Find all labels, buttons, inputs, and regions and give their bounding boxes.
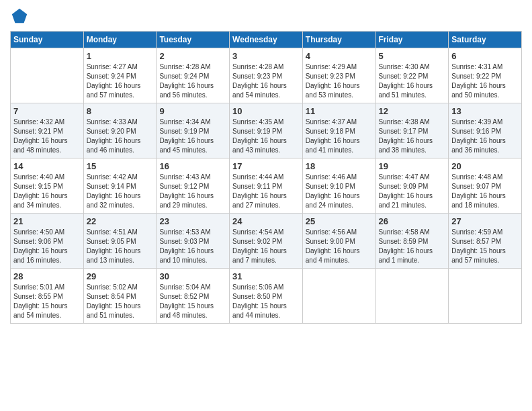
day-number: 16 [159,161,226,171]
day-number: 19 [379,161,446,171]
day-number: 15 [87,161,154,171]
cell-text: Sunrise: 4:44 AM Sunset: 9:11 PM Dayligh… [232,173,300,210]
cell-text: Sunrise: 4:30 AM Sunset: 9:22 PM Dayligh… [379,62,446,100]
calendar-cell: 28Sunrise: 5:01 AM Sunset: 8:55 PM Dayli… [11,269,84,324]
day-number: 29 [87,271,154,281]
calendar-cell: 26Sunrise: 4:58 AM Sunset: 8:59 PM Dayli… [375,214,449,269]
day-number: 21 [13,216,81,226]
cell-text: Sunrise: 4:37 AM Sunset: 9:18 PM Dayligh… [306,118,373,155]
cell-text: Sunrise: 4:43 AM Sunset: 9:12 PM Dayligh… [159,173,226,210]
cell-text: Sunrise: 4:58 AM Sunset: 8:59 PM Dayligh… [379,228,446,265]
cell-text: Sunrise: 4:56 AM Sunset: 9:00 PM Dayligh… [306,228,373,265]
cell-text: Sunrise: 4:53 AM Sunset: 9:03 PM Dayligh… [159,228,226,265]
cell-text: Sunrise: 4:32 AM Sunset: 9:21 PM Dayligh… [13,118,81,155]
day-number: 8 [87,106,154,116]
day-number: 22 [87,216,154,226]
week-row-4: 21Sunrise: 4:50 AM Sunset: 9:06 PM Dayli… [11,214,522,269]
calendar-cell: 27Sunrise: 4:59 AM Sunset: 8:57 PM Dayli… [449,214,522,269]
calendar-cell [375,269,449,324]
cell-text: Sunrise: 4:27 AM Sunset: 9:24 PM Dayligh… [87,62,154,100]
day-number: 26 [379,216,446,226]
calendar-cell: 17Sunrise: 4:44 AM Sunset: 9:11 PM Dayli… [230,158,303,214]
day-number: 27 [451,216,519,226]
cell-text: Sunrise: 4:51 AM Sunset: 9:05 PM Dayligh… [87,228,154,265]
header-row: SundayMondayTuesdayWednesdayThursdayFrid… [11,32,522,48]
cell-text: Sunrise: 5:02 AM Sunset: 8:54 PM Dayligh… [87,283,154,320]
calendar-cell [302,269,375,324]
day-number: 30 [159,271,226,281]
calendar-cell: 23Sunrise: 4:53 AM Sunset: 9:03 PM Dayli… [157,214,230,269]
day-header-sunday: Sunday [11,32,84,48]
day-number: 13 [451,106,519,116]
day-number: 20 [451,161,519,171]
calendar-cell: 4Sunrise: 4:29 AM Sunset: 9:23 PM Daylig… [302,48,375,103]
logo [10,7,32,26]
day-number: 5 [379,51,446,61]
day-number: 31 [232,271,300,281]
day-header-saturday: Saturday [449,32,522,48]
cell-text: Sunrise: 4:28 AM Sunset: 9:24 PM Dayligh… [159,62,226,100]
calendar-cell [449,269,522,324]
cell-text: Sunrise: 4:33 AM Sunset: 9:20 PM Dayligh… [87,118,154,155]
calendar-cell: 24Sunrise: 4:54 AM Sunset: 9:02 PM Dayli… [230,214,303,269]
calendar-cell: 8Sunrise: 4:33 AM Sunset: 9:20 PM Daylig… [83,103,157,158]
day-header-monday: Monday [83,32,157,48]
calendar-cell: 18Sunrise: 4:46 AM Sunset: 9:10 PM Dayli… [302,158,375,214]
cell-text: Sunrise: 4:47 AM Sunset: 9:09 PM Dayligh… [379,173,446,210]
calendar-cell: 14Sunrise: 4:40 AM Sunset: 9:15 PM Dayli… [11,158,84,214]
calendar-cell: 10Sunrise: 4:35 AM Sunset: 9:19 PM Dayli… [230,103,303,158]
day-number: 7 [13,106,81,116]
cell-text: Sunrise: 4:42 AM Sunset: 9:14 PM Dayligh… [87,173,154,210]
day-header-friday: Friday [375,32,449,48]
calendar-cell: 2Sunrise: 4:28 AM Sunset: 9:24 PM Daylig… [157,48,230,103]
week-row-1: 1Sunrise: 4:27 AM Sunset: 9:24 PM Daylig… [11,48,522,103]
logo-icon [10,7,29,26]
day-number: 10 [232,106,300,116]
cell-text: Sunrise: 4:40 AM Sunset: 9:15 PM Dayligh… [13,173,81,210]
calendar-cell: 31Sunrise: 5:06 AM Sunset: 8:50 PM Dayli… [230,269,303,324]
day-number: 3 [232,51,300,61]
calendar-cell: 25Sunrise: 4:56 AM Sunset: 9:00 PM Dayli… [302,214,375,269]
day-header-tuesday: Tuesday [157,32,230,48]
cell-text: Sunrise: 4:48 AM Sunset: 9:07 PM Dayligh… [451,173,519,210]
day-header-thursday: Thursday [302,32,375,48]
day-number: 28 [13,271,81,281]
day-number: 9 [159,106,226,116]
cell-text: Sunrise: 5:04 AM Sunset: 8:52 PM Dayligh… [159,283,226,320]
cell-text: Sunrise: 4:34 AM Sunset: 9:19 PM Dayligh… [159,118,226,155]
calendar-cell: 29Sunrise: 5:02 AM Sunset: 8:54 PM Dayli… [83,269,157,324]
calendar-cell: 20Sunrise: 4:48 AM Sunset: 9:07 PM Dayli… [449,158,522,214]
calendar-cell: 12Sunrise: 4:38 AM Sunset: 9:17 PM Dayli… [375,103,449,158]
day-number: 17 [232,161,300,171]
calendar-cell: 5Sunrise: 4:30 AM Sunset: 9:22 PM Daylig… [375,48,449,103]
day-number: 18 [306,161,373,171]
calendar-cell: 1Sunrise: 4:27 AM Sunset: 9:24 PM Daylig… [83,48,157,103]
cell-text: Sunrise: 4:39 AM Sunset: 9:16 PM Dayligh… [451,118,519,155]
calendar-table: SundayMondayTuesdayWednesdayThursdayFrid… [10,31,522,324]
day-number: 2 [159,51,226,61]
cell-text: Sunrise: 4:29 AM Sunset: 9:23 PM Dayligh… [306,62,373,100]
cell-text: Sunrise: 4:38 AM Sunset: 9:17 PM Dayligh… [379,118,446,155]
cell-text: Sunrise: 4:50 AM Sunset: 9:06 PM Dayligh… [13,228,81,265]
week-row-3: 14Sunrise: 4:40 AM Sunset: 9:15 PM Dayli… [11,158,522,214]
header [10,7,522,26]
calendar-cell: 7Sunrise: 4:32 AM Sunset: 9:21 PM Daylig… [11,103,84,158]
day-header-wednesday: Wednesday [230,32,303,48]
calendar-cell: 21Sunrise: 4:50 AM Sunset: 9:06 PM Dayli… [11,214,84,269]
calendar-cell: 22Sunrise: 4:51 AM Sunset: 9:05 PM Dayli… [83,214,157,269]
cell-text: Sunrise: 4:28 AM Sunset: 9:23 PM Dayligh… [232,62,300,100]
cell-text: Sunrise: 4:54 AM Sunset: 9:02 PM Dayligh… [232,228,300,265]
cell-text: Sunrise: 4:31 AM Sunset: 9:22 PM Dayligh… [451,62,519,100]
cell-text: Sunrise: 4:35 AM Sunset: 9:19 PM Dayligh… [232,118,300,155]
day-number: 4 [306,51,373,61]
calendar-cell: 13Sunrise: 4:39 AM Sunset: 9:16 PM Dayli… [449,103,522,158]
cell-text: Sunrise: 4:46 AM Sunset: 9:10 PM Dayligh… [306,173,373,210]
day-number: 12 [379,106,446,116]
calendar-cell: 15Sunrise: 4:42 AM Sunset: 9:14 PM Dayli… [83,158,157,214]
calendar-cell [11,48,84,103]
day-number: 1 [87,51,154,61]
calendar-cell: 16Sunrise: 4:43 AM Sunset: 9:12 PM Dayli… [157,158,230,214]
week-row-5: 28Sunrise: 5:01 AM Sunset: 8:55 PM Dayli… [11,269,522,324]
day-number: 14 [13,161,81,171]
calendar-cell: 11Sunrise: 4:37 AM Sunset: 9:18 PM Dayli… [302,103,375,158]
